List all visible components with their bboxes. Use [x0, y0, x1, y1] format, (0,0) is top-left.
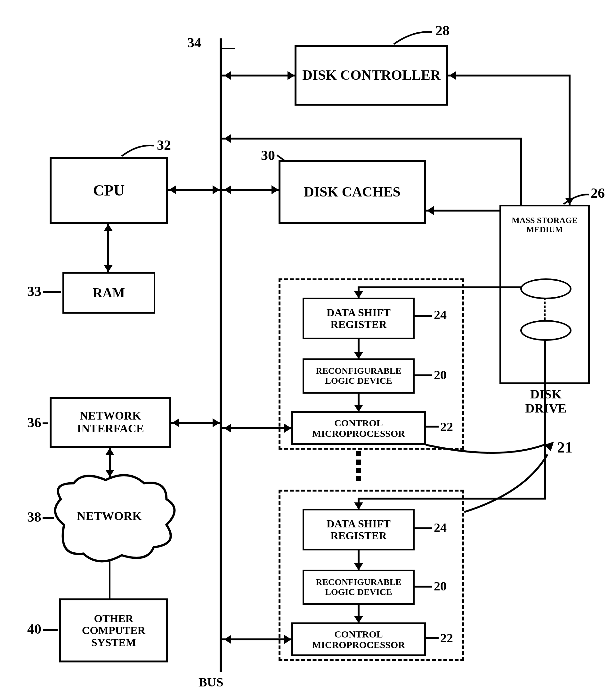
- diagram-canvas: BUS 34 DISK CONTROLLER 28 CPU 32 DISK CA…: [0, 0, 616, 697]
- box-dsr-b: DATA SHIFT REGISTER: [303, 509, 415, 550]
- label-dsr-a: DATA SHIFT REGISTER: [305, 307, 412, 330]
- box-disk-controller: DISK CONTROLLER: [295, 45, 448, 106]
- ref-cm-a: 22: [440, 419, 453, 434]
- label-rld-a: RECONFIGURABLE LOGIC DEVICE: [305, 366, 412, 386]
- label-cm-b: CONTROL MICROPROCESSOR: [294, 629, 423, 650]
- box-cm-b: CONTROL MICROPROCESSOR: [291, 622, 426, 656]
- bus-line: [220, 39, 222, 672]
- disk-platter-icon: [520, 320, 572, 341]
- ref-mass-storage: 26: [591, 185, 605, 201]
- box-dsr-a: DATA SHIFT REGISTER: [303, 298, 415, 339]
- ref-ram: 33: [27, 283, 41, 299]
- ref-cm-b: 22: [440, 631, 453, 646]
- box-other-system: OTHER COMPUTER SYSTEM: [59, 598, 168, 663]
- label-disk-caches: DISK CACHES: [304, 184, 400, 200]
- box-cpu: CPU: [49, 157, 168, 224]
- ref-disk-controller: 28: [436, 23, 450, 39]
- ref-dsr-b: 24: [434, 520, 446, 535]
- ref-dsr-a: 24: [434, 307, 446, 322]
- label-disk-controller: DISK CONTROLLER: [302, 68, 441, 83]
- ref-bus: 34: [187, 34, 201, 51]
- box-disk-caches: DISK CACHES: [279, 160, 426, 224]
- box-rld-b: RECONFIGURABLE LOGIC DEVICE: [303, 569, 415, 605]
- label-other-system: OTHER COMPUTER SYSTEM: [62, 612, 165, 648]
- label-rld-b: RECONFIGURABLE LOGIC DEVICE: [305, 577, 412, 597]
- ref-other-system: 40: [27, 621, 41, 637]
- ref-network: 38: [27, 509, 41, 525]
- ref-disk-caches: 30: [261, 147, 275, 164]
- disk-platter-icon: [520, 278, 572, 299]
- label-dsr-b: DATA SHIFT REGISTER: [305, 518, 412, 542]
- label-ni: NETWORK INTERFACE: [53, 410, 168, 435]
- box-cm-a: CONTROL MICROPROCESSOR: [291, 411, 426, 445]
- box-ram: RAM: [62, 272, 155, 314]
- ref-ni: 36: [27, 414, 41, 431]
- label-cpu: CPU: [93, 182, 125, 199]
- ref-cpu: 32: [157, 137, 171, 153]
- ref-rld-a: 20: [434, 367, 446, 382]
- label-network: NETWORK: [77, 509, 142, 523]
- ref-rld-b: 20: [434, 579, 446, 594]
- bus-label: BUS: [199, 674, 223, 689]
- box-rld-a: RECONFIGURABLE LOGIC DEVICE: [303, 358, 415, 394]
- box-network-interface: NETWORK INTERFACE: [49, 397, 171, 448]
- ref-group: 21: [557, 439, 572, 456]
- dotted-connector-icon: [356, 451, 361, 481]
- label-ram: RAM: [93, 285, 125, 300]
- label-mass-storage: MASS STORAGE MEDIUM: [506, 216, 583, 234]
- label-cm-a: CONTROL MICROPROCESSOR: [294, 418, 423, 439]
